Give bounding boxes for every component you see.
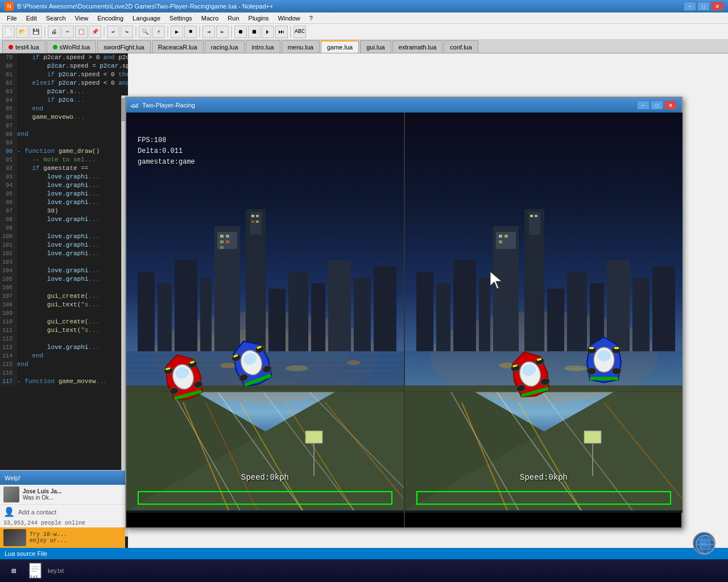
menu-search[interactable]: Search (42, 14, 71, 23)
svg-rect-23 (328, 260, 351, 351)
code-line-115: 115 end (0, 360, 128, 369)
chat-panel: Welp! Jose Luis Ja... Was in Ok... 👤 Add… (0, 470, 125, 548)
game-close-button[interactable]: ✕ (664, 101, 677, 110)
tab-extramath[interactable]: extramath.lua (392, 40, 443, 53)
menu-edit[interactable]: Edit (22, 14, 42, 23)
menu-macro[interactable]: Macro (197, 14, 224, 23)
tab-game[interactable]: game.lua (321, 40, 359, 53)
code-line-106: 106 (0, 284, 128, 292)
svg-point-117 (597, 350, 611, 361)
toolbar-run[interactable]: ▶ (171, 26, 183, 38)
game-maximize-button[interactable]: □ (651, 101, 663, 110)
tab-conf[interactable]: conf.lua (444, 40, 478, 53)
svg-rect-69 (416, 272, 433, 351)
promo-banner[interactable]: Try 10-w...enjoy ur... (0, 527, 125, 548)
taskbar-start[interactable]: ⊞ (5, 562, 23, 580)
menu-bar: File Edit Search View Encoding Language … (0, 13, 728, 24)
hud-left: FPS:108 Delta:0.011 gamestate:game (138, 135, 195, 168)
tab-gui[interactable]: gui.lua (360, 40, 391, 53)
game-title-bar: 🏎 Two-Player-Racing − □ ✕ (126, 98, 681, 113)
code-line-88: 88 end (0, 130, 128, 139)
menu-run[interactable]: Run (223, 14, 243, 23)
code-line-101: 101 love.graphi... (0, 241, 128, 250)
svg-rect-76 (504, 235, 508, 238)
chat-item-user1[interactable]: Jose Luis Ja... Was in Ok... (0, 485, 125, 505)
menu-view[interactable]: View (71, 14, 93, 23)
svg-point-31 (286, 365, 308, 371)
code-line-94: 94 love.graphi... (0, 181, 128, 190)
code-line-84: 84 if p2ca... (0, 96, 128, 105)
code-line-108: 108 gui_text("s... (0, 301, 128, 309)
toolbar-cut[interactable]: ✂ (61, 26, 74, 38)
svg-rect-122 (589, 347, 594, 349)
menu-window[interactable]: Window (274, 14, 305, 23)
right-viewport-bg (405, 113, 682, 513)
svg-rect-87 (652, 266, 675, 351)
minimize-button[interactable]: − (684, 2, 696, 11)
tab-raceacar[interactable]: RaceacaR.lua (152, 40, 204, 53)
game-title-controls: − □ ✕ (637, 101, 677, 110)
tab-intro[interactable]: intro.lua (246, 40, 280, 53)
toolbar-redo[interactable]: ↪ (121, 26, 133, 38)
toolbar-unindent[interactable]: ⇤ (216, 26, 229, 38)
viewport-divider (404, 113, 405, 527)
toolbar-find[interactable]: 🔍 (139, 26, 151, 38)
svg-rect-77 (499, 240, 502, 243)
menu-language[interactable]: Language (128, 14, 165, 23)
game-title-icon: 🏎 (131, 101, 139, 110)
toolbar-new[interactable]: 📄 (2, 26, 15, 38)
toolbar-spell[interactable]: ABC (293, 26, 306, 38)
toolbar-run-macro[interactable]: ⏭ (275, 26, 288, 38)
game-minimize-button[interactable]: − (637, 101, 650, 110)
tab-racing[interactable]: racing.lua (205, 40, 245, 53)
toolbar-stop[interactable]: ■ (184, 26, 197, 38)
toolbar-open[interactable]: 📂 (16, 26, 28, 38)
toolbar-sep6 (231, 26, 232, 38)
toolbar-print[interactable]: 🖨 (48, 26, 60, 38)
title-bar-text: B:\Phoenix Awesome\Documents\Love2D Game… (17, 3, 684, 10)
code-line-104: 104 love.graphi... (0, 267, 128, 275)
promo-text: Try 10-w...enjoy ur... (30, 531, 67, 544)
menu-encoding[interactable]: Encoding (93, 14, 128, 23)
menu-plugins[interactable]: Plugins (244, 14, 274, 23)
tab-menu[interactable]: menu.lua (282, 40, 320, 53)
toolbar-sep5 (199, 26, 200, 38)
toolbar-copy[interactable]: 📋 (75, 26, 88, 38)
svg-rect-20 (268, 289, 286, 351)
toolbar-sep3 (135, 26, 136, 38)
svg-rect-44 (305, 431, 322, 443)
globe-svg (695, 534, 715, 555)
chat-add-contact[interactable]: 👤 Add a contact (0, 505, 125, 519)
globe-icon[interactable] (693, 532, 715, 555)
toolbar-play-macro[interactable]: ⏵ (262, 26, 274, 38)
toolbar-undo[interactable]: ↩ (107, 26, 119, 38)
svg-rect-86 (632, 277, 650, 351)
menu-help[interactable]: ? (305, 14, 317, 23)
maximize-button[interactable]: □ (697, 2, 710, 11)
svg-rect-16 (251, 215, 254, 217)
code-line-82: 82 elseif p2car.speed < 0 and p2carIsMov… (0, 79, 128, 88)
toolbar-save[interactable]: 💾 (30, 26, 42, 38)
tab-swordfight[interactable]: swordFight.lua (97, 40, 151, 53)
svg-point-32 (347, 360, 361, 365)
toolbar-stop-record[interactable]: ⏹ (248, 26, 260, 38)
code-line-81: 81 if p2car.speed < 0 then p2car.speed =… (0, 70, 128, 79)
notepad-icon: N (5, 2, 14, 11)
toolbar-indent[interactable]: ⇥ (202, 26, 215, 38)
status-text: Lua source File (5, 550, 47, 557)
toolbar-record[interactable]: ⏺ (234, 26, 247, 38)
close-button[interactable]: ✕ (711, 2, 723, 11)
taskbar-file-icon[interactable]: txt (26, 562, 44, 580)
svg-rect-11 (220, 240, 224, 243)
tab-sword[interactable]: sWoRd.lua (47, 40, 97, 53)
toolbar-replace[interactable]: ⚡ (152, 26, 165, 38)
code-line-90: 90 - function game_draw() (0, 147, 128, 156)
left-viewport-bg (126, 113, 404, 513)
tab-test4[interactable]: test4.lua (2, 40, 46, 53)
menu-settings[interactable]: Settings (165, 14, 197, 23)
toolbar-paste[interactable]: 📌 (89, 26, 101, 38)
code-line-99: 99 (0, 224, 128, 232)
menu-file[interactable]: File (2, 14, 22, 23)
code-line-100: 100 love.graphi... (0, 232, 128, 241)
progress-bar-right (416, 491, 671, 505)
